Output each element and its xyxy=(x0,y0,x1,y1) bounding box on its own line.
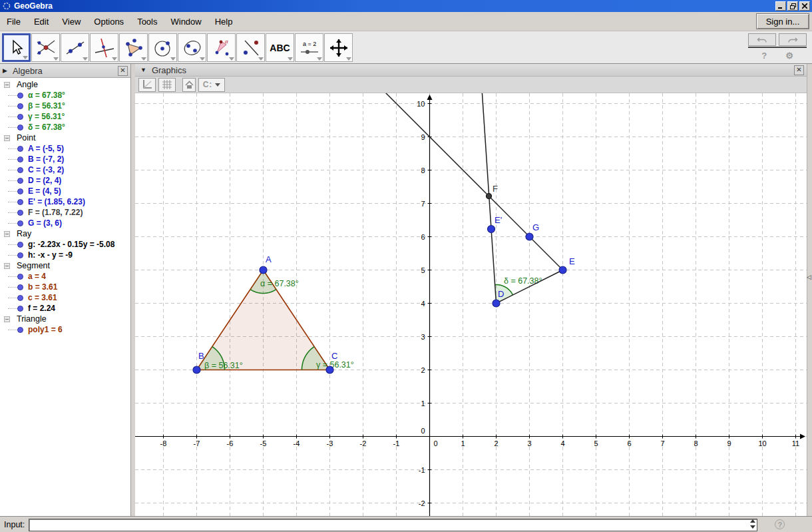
algebra-item[interactable]: C = (-3, 2) xyxy=(0,164,130,175)
point-E'[interactable] xyxy=(488,226,495,233)
standard-view-button[interactable] xyxy=(182,78,196,92)
undo-button[interactable] xyxy=(748,33,776,46)
algebra-section-segment[interactable]: Segment xyxy=(0,260,130,271)
collapse-panel-arrow-icon[interactable]: ◁ xyxy=(807,274,811,280)
algebra-item[interactable]: b = 3.61 xyxy=(0,282,130,292)
tool-dropdown-arrow[interactable] xyxy=(112,57,117,61)
visibility-marble-icon[interactable] xyxy=(17,125,23,131)
visibility-marble-icon[interactable] xyxy=(17,242,23,248)
algebra-close-icon[interactable]: ✕ xyxy=(118,66,128,76)
collapse-icon[interactable] xyxy=(4,82,10,88)
ray-h[interactable] xyxy=(385,93,563,270)
algebra-menu-arrow-icon[interactable]: ▶ xyxy=(3,67,7,74)
point-E[interactable] xyxy=(559,266,566,274)
algebra-item[interactable]: E' = (1.85, 6.23) xyxy=(0,196,130,207)
point-D[interactable] xyxy=(493,300,500,307)
menu-options[interactable]: Options xyxy=(87,14,130,29)
algebra-item[interactable]: F = (1.78, 7.22) xyxy=(0,207,130,218)
menu-edit[interactable]: Edit xyxy=(27,14,55,29)
point-capturing-dropdown[interactable]: C: xyxy=(198,78,225,92)
graphics-canvas[interactable]: -8-7-6-5-4-3-2-101234567891011-2-1012345… xyxy=(135,93,807,516)
tool-special-line[interactable] xyxy=(90,33,118,62)
tool-dropdown-arrow[interactable] xyxy=(23,56,28,59)
visibility-marble-icon[interactable] xyxy=(17,146,23,152)
point-B[interactable] xyxy=(193,366,200,374)
visibility-marble-icon[interactable] xyxy=(17,220,23,226)
tool-move[interactable] xyxy=(2,33,31,62)
collapse-icon[interactable] xyxy=(4,231,10,237)
algebra-item[interactable]: g: -2.23x - 0.15y = -5.08 xyxy=(0,239,130,250)
menu-help[interactable]: Help xyxy=(208,14,240,29)
tool-circle[interactable] xyxy=(148,33,177,62)
redo-button[interactable] xyxy=(779,33,807,46)
visibility-marble-icon[interactable] xyxy=(17,188,23,194)
tool-dropdown-arrow[interactable] xyxy=(346,57,351,61)
tool-dropdown-arrow[interactable] xyxy=(170,57,176,61)
gear-icon[interactable]: ⚙ xyxy=(785,51,793,61)
algebra-item[interactable]: c = 3.61 xyxy=(0,292,130,303)
toggle-axes-button[interactable] xyxy=(138,78,156,92)
visibility-marble-icon[interactable] xyxy=(17,295,23,301)
visibility-marble-icon[interactable] xyxy=(17,306,23,312)
toggle-grid-button[interactable] xyxy=(158,78,176,92)
visibility-marble-icon[interactable] xyxy=(17,284,23,290)
graphics-close-icon[interactable]: ✕ xyxy=(794,65,804,75)
visibility-marble-icon[interactable] xyxy=(17,93,23,99)
tool-move-graphics-view[interactable] xyxy=(324,33,353,62)
menu-window[interactable]: Window xyxy=(164,14,208,29)
visibility-marble-icon[interactable] xyxy=(17,103,23,109)
algebra-item[interactable]: f = 2.24 xyxy=(0,303,130,314)
visibility-marble-icon[interactable] xyxy=(17,210,23,216)
algebra-item[interactable]: D = (2, 4) xyxy=(0,175,130,186)
collapse-icon[interactable] xyxy=(4,263,10,269)
tool-polygon[interactable] xyxy=(119,33,148,62)
visibility-marble-icon[interactable] xyxy=(17,114,23,120)
collapse-icon[interactable] xyxy=(4,316,10,322)
menu-tools[interactable]: Tools xyxy=(130,14,164,29)
input-help-icon[interactable]: ? xyxy=(775,519,785,529)
help-icon[interactable]: ? xyxy=(761,51,767,61)
tool-point[interactable] xyxy=(31,33,60,62)
visibility-marble-icon[interactable] xyxy=(17,274,23,280)
tool-angle[interactable]: α xyxy=(207,33,236,62)
algebra-item[interactable]: poly1 = 6 xyxy=(0,324,130,335)
sign-in-button[interactable]: Sign in... xyxy=(756,13,809,29)
tool-dropdown-arrow[interactable] xyxy=(141,57,146,61)
tool-dropdown-arrow[interactable] xyxy=(83,57,88,61)
visibility-marble-icon[interactable] xyxy=(17,178,23,184)
graphics-menu-arrow-icon[interactable]: ▼ xyxy=(140,67,146,73)
point-C[interactable] xyxy=(326,366,333,374)
input-history-spinner[interactable] xyxy=(749,519,756,529)
visibility-marble-icon[interactable] xyxy=(17,252,23,258)
tool-line[interactable] xyxy=(61,33,89,62)
algebra-item[interactable]: α = 67.38° xyxy=(0,90,130,101)
point-G[interactable] xyxy=(526,233,533,240)
algebra-item[interactable]: A = (-5, 5) xyxy=(0,143,130,154)
visibility-marble-icon[interactable] xyxy=(17,156,23,162)
tool-dropdown-arrow[interactable] xyxy=(317,57,322,61)
tool-dropdown-arrow[interactable] xyxy=(200,57,205,61)
algebra-section-ray[interactable]: Ray xyxy=(0,228,130,239)
algebra-item[interactable]: γ = 56.31° xyxy=(0,111,130,122)
visibility-marble-icon[interactable] xyxy=(17,199,23,205)
algebra-item[interactable]: a = 4 xyxy=(0,271,130,282)
algebra-section-angle[interactable]: Angle xyxy=(0,79,130,90)
menu-view[interactable]: View xyxy=(55,14,87,29)
algebra-section-point[interactable]: Point xyxy=(0,133,130,143)
tool-dropdown-arrow[interactable] xyxy=(229,57,234,61)
minimize-button[interactable] xyxy=(775,1,786,11)
algebra-item[interactable]: G = (3, 6) xyxy=(0,218,130,228)
point-F[interactable] xyxy=(487,194,492,199)
collapse-icon[interactable] xyxy=(4,135,10,141)
input-field[interactable] xyxy=(29,519,757,531)
tool-dropdown-arrow[interactable] xyxy=(288,57,293,61)
algebra-item[interactable]: δ = 67.38° xyxy=(0,122,130,133)
tool-dropdown-arrow[interactable] xyxy=(53,57,59,61)
tool-ellipse[interactable] xyxy=(178,33,206,62)
tool-text[interactable]: ABC xyxy=(266,33,294,62)
tool-dropdown-arrow[interactable] xyxy=(258,57,264,61)
tool-reflect[interactable] xyxy=(236,33,265,62)
algebra-item[interactable]: h: -x - y = -9 xyxy=(0,250,130,260)
algebra-item[interactable]: β = 56.31° xyxy=(0,101,130,111)
restore-button[interactable] xyxy=(787,1,798,11)
